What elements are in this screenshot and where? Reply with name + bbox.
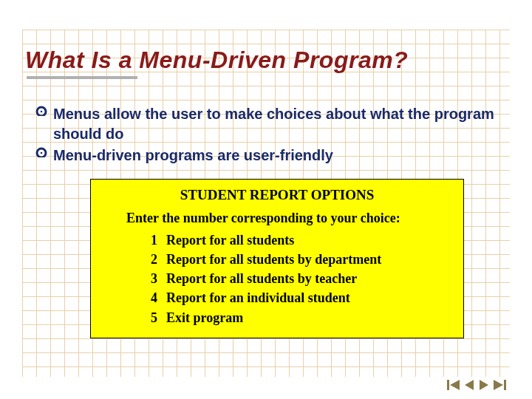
bullet-list: Menus allow the user to make choices abo… (35, 104, 501, 166)
svg-point-1 (41, 111, 43, 113)
bullet-item: Menus allow the user to make choices abo… (35, 104, 501, 144)
title-underline (27, 76, 137, 79)
menu-item-label: Report for an individual student (166, 288, 350, 307)
menu-item: 4 Report for an individual student (147, 288, 450, 307)
circle-bullet-icon (35, 146, 47, 157)
slide-content: What Is a Menu-Driven Program? Menus all… (0, 0, 532, 399)
menu-item-label: Report for all students (166, 231, 294, 250)
menu-item-number: 3 (147, 269, 157, 288)
menu-item-label: Exit program (166, 308, 243, 327)
svg-point-3 (41, 152, 43, 154)
bullet-text: Menus allow the user to make choices abo… (53, 104, 501, 144)
menu-item: 2 Report for all students by department (147, 250, 450, 269)
menu-item-number: 1 (147, 231, 157, 250)
menu-item-label: Report for all students by department (166, 250, 381, 269)
menu-title: STUDENT REPORT OPTIONS (104, 187, 450, 203)
menu-item: 3 Report for all students by teacher (147, 269, 450, 288)
slide-title: What Is a Menu-Driven Program? (25, 47, 508, 73)
menu-item: 5 Exit program (147, 308, 450, 327)
menu-items: 1 Report for all students 2 Report for a… (147, 231, 450, 327)
menu-prompt: Enter the number corresponding to your c… (126, 211, 450, 226)
menu-item-number: 4 (147, 288, 157, 307)
circle-bullet-icon (35, 104, 47, 116)
bullet-item: Menu-driven programs are user-friendly (35, 146, 501, 166)
menu-item-number: 5 (147, 308, 157, 327)
menu-box: STUDENT REPORT OPTIONS Enter the number … (90, 179, 464, 338)
menu-item: 1 Report for all students (147, 231, 450, 250)
bullet-text: Menu-driven programs are user-friendly (53, 146, 333, 166)
menu-item-number: 2 (147, 250, 157, 269)
menu-item-label: Report for all students by teacher (166, 269, 357, 288)
